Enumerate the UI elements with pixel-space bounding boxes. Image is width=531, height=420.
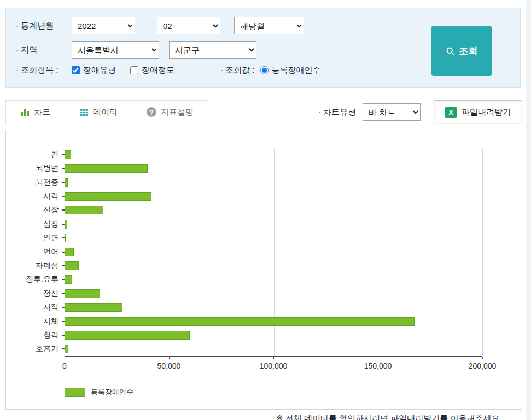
chart-type-select[interactable]: 바 차트 xyxy=(363,103,421,121)
file-download-button[interactable]: X 파일내려받기 xyxy=(434,100,522,124)
toolbar: 차트 데이터 ? 지표설명 · 차트유형 바 차트 X 파일내려받기 xyxy=(5,100,522,124)
y-tick-label: 청각 xyxy=(43,330,59,340)
chart-plot: 간뇌병변뇌전증시각신장심장안면언어자폐성장루.요루정신지적지체청각호흡기 xyxy=(65,148,482,357)
y-tick-label: 시각 xyxy=(43,191,59,201)
x-tick-label: 50,000 xyxy=(157,361,181,370)
legend-swatch xyxy=(65,388,85,397)
filter-panel: · 통계년월 2022 02 해당월 · 지역 서울특별시 시군구 · 조회항목… xyxy=(5,8,521,88)
bar xyxy=(65,206,103,214)
x-tick-label: 150,000 xyxy=(364,361,392,370)
bar xyxy=(65,261,79,270)
y-tick-label: 자폐성 xyxy=(36,261,59,271)
y-tick-label: 지체 xyxy=(43,317,59,326)
sigungu-select[interactable]: 시군구 xyxy=(169,41,256,59)
y-tick-label: 호흡기 xyxy=(36,344,59,354)
tab-chart[interactable]: 차트 xyxy=(6,101,65,124)
bar-row: 간 xyxy=(65,148,482,161)
bar-row: 신장 xyxy=(65,203,482,217)
bar xyxy=(65,289,100,298)
chart-legend: 등록장애인수 xyxy=(65,387,482,397)
query-value-label: · 조회값 : xyxy=(220,65,255,75)
region-label: · 지역 xyxy=(16,45,72,55)
bar xyxy=(65,234,66,242)
bar xyxy=(65,331,190,340)
x-tick xyxy=(273,357,274,359)
y-tick-label: 정신 xyxy=(43,289,59,299)
x-tick xyxy=(169,357,170,359)
tab-data-label: 데이터 xyxy=(93,107,118,118)
registered-count-radio[interactable] xyxy=(260,66,269,74)
legend-label: 등록장애인수 xyxy=(91,387,133,397)
y-tick-label: 안면 xyxy=(43,233,59,243)
x-axis: 050,000100,000150,000200,000 xyxy=(65,357,482,375)
registered-count-label: 등록장애인수 xyxy=(272,65,321,75)
bar-rows: 간뇌병변뇌전증시각신장심장안면언어자폐성장루.요루정신지적지체청각호흡기 xyxy=(65,148,482,356)
bar xyxy=(65,150,71,159)
disability-type-label: 장애유형 xyxy=(83,65,116,75)
bar-row: 심장 xyxy=(65,217,482,231)
y-tick-label: 신장 xyxy=(43,205,59,215)
disability-type-checkbox[interactable] xyxy=(72,66,80,74)
bar xyxy=(65,220,67,229)
bar-row: 지체 xyxy=(65,314,482,328)
radio-registered-count[interactable]: 등록장애인수 xyxy=(260,65,321,75)
month-type-select[interactable]: 해당월 xyxy=(234,17,304,34)
search-button[interactable]: 조회 xyxy=(431,26,492,76)
table-icon xyxy=(79,108,89,117)
sido-select[interactable]: 서울특별시 xyxy=(72,41,159,59)
checkbox-disability-grade[interactable]: 장애정도 xyxy=(130,65,174,75)
bar xyxy=(65,178,68,187)
checkbox-disability-type[interactable]: 장애유형 xyxy=(72,65,116,75)
disability-grade-checkbox[interactable] xyxy=(130,66,138,74)
y-tick-label: 뇌병변 xyxy=(36,164,59,173)
bar-row: 뇌병변 xyxy=(65,161,482,175)
x-tick xyxy=(378,357,378,359)
view-tabs: 차트 데이터 ? 지표설명 xyxy=(5,100,208,124)
gridline xyxy=(482,148,483,356)
bar-row: 안면 xyxy=(65,231,482,244)
tab-indicator-info[interactable]: ? 지표설명 xyxy=(132,101,208,124)
y-tick-label: 간 xyxy=(51,150,59,160)
bar-row: 호흡기 xyxy=(65,342,482,356)
bar xyxy=(65,248,74,256)
search-icon xyxy=(446,46,455,56)
bar xyxy=(65,345,68,353)
bar-row: 지적 xyxy=(65,300,482,314)
search-button-label: 조회 xyxy=(459,45,478,57)
chart-type-label: · 차트유형 xyxy=(318,107,356,118)
bar-row: 언어 xyxy=(65,245,482,259)
question-icon: ? xyxy=(147,107,156,117)
chart-container: 간뇌병변뇌전증시각신장심장안면언어자폐성장루.요루정신지적지체청각호흡기 050… xyxy=(5,130,522,410)
bar-row: 뇌전증 xyxy=(65,176,482,189)
bar-chart-icon xyxy=(20,108,30,117)
tab-data[interactable]: 데이터 xyxy=(65,101,132,124)
y-tick-label: 언어 xyxy=(43,247,59,257)
y-tick-label: 뇌전증 xyxy=(36,178,59,188)
scrollbar-track[interactable] xyxy=(526,0,531,420)
y-tick-label: 지적 xyxy=(43,302,59,312)
year-select[interactable]: 2022 xyxy=(72,17,135,34)
y-tick-label: 장루.요루 xyxy=(26,275,59,284)
bar-row: 청각 xyxy=(65,328,482,342)
stat-month-label: · 통계년월 xyxy=(16,21,72,31)
bar-row: 정신 xyxy=(65,287,482,300)
bar xyxy=(65,192,151,201)
bar-row: 자폐성 xyxy=(65,259,482,272)
bar xyxy=(65,317,415,326)
bar xyxy=(65,275,72,284)
month-select[interactable]: 02 xyxy=(157,17,220,34)
tab-chart-label: 차트 xyxy=(34,107,50,118)
x-tick-label: 100,000 xyxy=(260,361,288,370)
x-tick-label: 0 xyxy=(62,361,67,370)
chart-area: 간뇌병변뇌전증시각신장심장안면언어자폐성장루.요루정신지적지체청각호흡기 050… xyxy=(6,130,522,397)
bar xyxy=(65,164,148,173)
bar-row: 장루.요루 xyxy=(65,273,482,287)
y-tick-label: 심장 xyxy=(43,219,59,229)
tab-indicator-info-label: 지표설명 xyxy=(161,107,194,118)
bar-row: 시각 xyxy=(65,189,482,203)
query-items-label: · 조회항목 : xyxy=(16,65,72,75)
footer-note: ※ 전체 데이터를 확인하시려면 파일내려받기를 이용해주세요 xyxy=(276,413,499,420)
disability-grade-label: 장애정도 xyxy=(142,65,174,75)
x-tick xyxy=(65,357,65,359)
bar xyxy=(65,303,122,312)
